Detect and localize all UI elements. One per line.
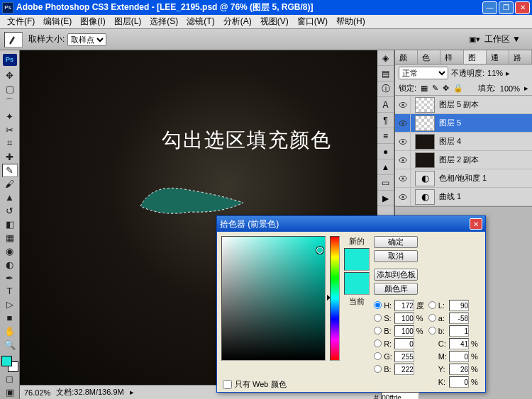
visibility-toggle-icon[interactable] [395,188,411,206]
panel-tab[interactable]: 样式 [440,50,463,64]
m-input[interactable] [449,351,469,362]
saturation-brightness-field[interactable] [221,236,326,361]
navigator-icon[interactable]: ◈ [377,50,394,66]
shape-tool[interactable]: ■ [2,311,18,325]
r-radio[interactable] [374,339,382,347]
layer-row[interactable]: 图层 4 [395,133,532,151]
current-color-swatch[interactable] [344,272,370,295]
zoom-tool[interactable]: 🔍 [2,338,18,352]
healing-tool[interactable]: ✚ [2,150,18,164]
menu-item[interactable]: 分析(A) [219,14,256,29]
tool-presets-icon[interactable]: ▲ [377,159,394,175]
dialog-titlebar[interactable]: 拾色器 (前景色) ✕ [217,216,485,232]
blab-radio[interactable] [428,327,436,335]
layer-thumbnail[interactable] [415,134,435,150]
fill-value[interactable]: 100% [500,84,520,93]
history-brush-tool[interactable]: ↺ [2,204,18,218]
c-input[interactable] [449,338,469,349]
panel-tab[interactable]: 色板 [418,50,440,64]
menu-item[interactable]: 选择(S) [145,14,182,29]
g-input[interactable] [394,351,414,362]
only-web-checkbox[interactable] [223,380,232,389]
blur-tool[interactable]: ◉ [2,245,18,258]
panel-tab[interactable]: 通道 [487,50,509,64]
brushes-icon[interactable]: ● [377,144,394,159]
sample-size-select[interactable]: 取样点 [67,33,106,46]
layer-row[interactable]: ◐曲线 1 [395,188,532,206]
workspace-menu[interactable]: 工作区 ▼ [484,33,521,45]
h-input[interactable] [394,300,414,311]
l-input[interactable] [449,300,469,311]
lasso-tool[interactable]: ⌒ [2,96,18,110]
screen-mode-toggle[interactable]: ▣ [2,386,18,399]
layer-row[interactable]: 图层 5 [395,114,532,133]
actions-icon[interactable]: ▶ [377,191,394,206]
panel-tab[interactable]: 路径 [509,50,532,64]
layer-row[interactable]: ◐色相/饱和度 1 [395,169,532,188]
brush-tool[interactable]: 🖌 [2,177,18,191]
color-swatches[interactable] [1,356,18,372]
layer-comps-icon[interactable]: ▭ [377,175,394,191]
visibility-toggle-icon[interactable] [395,96,411,113]
visibility-toggle-icon[interactable] [395,114,411,132]
histogram-icon[interactable]: ▤ [377,66,394,82]
opacity-value[interactable]: 11% [487,69,503,77]
clone-icon[interactable]: ≡ [377,128,394,144]
menu-item[interactable]: 图像(I) [76,14,109,29]
lock-all-icon[interactable]: 🔒 [453,84,463,93]
gradient-tool[interactable]: ▦ [2,231,18,245]
dialog-close-button[interactable]: ✕ [470,218,482,230]
menu-item[interactable]: 窗口(W) [293,14,332,29]
a-radio[interactable] [428,314,436,322]
lock-transparency-icon[interactable]: ▦ [421,84,428,93]
layer-row[interactable]: 图层 2 副本 [395,151,532,169]
quick-select-tool[interactable]: ✦ [2,110,18,123]
close-button[interactable]: ✕ [515,1,530,14]
menu-item[interactable]: 文件(F) [3,14,39,29]
zoom-level[interactable]: 76.02% [24,388,50,397]
g-radio[interactable] [374,352,382,360]
cancel-button[interactable]: 取消 [374,250,418,262]
r-input[interactable] [394,338,414,349]
menu-item[interactable]: 滤镜(T) [182,14,218,29]
ok-button[interactable]: 确定 [374,236,418,248]
pen-tool[interactable]: ✒ [2,271,18,285]
dodge-tool[interactable]: ◐ [2,258,18,271]
lock-pixels-icon[interactable]: ✎ [432,84,438,93]
bv-input[interactable] [394,325,414,337]
paragraph-icon[interactable]: ¶ [377,113,394,128]
doc-switcher-icon[interactable]: ▣▾ [469,35,480,44]
maximize-button[interactable]: ❐ [499,1,514,14]
tool-preset-picker[interactable] [4,32,23,47]
move-tool[interactable]: ✥ [2,69,18,82]
l-radio[interactable] [428,301,436,309]
layer-thumbnail[interactable]: ◐ [415,171,435,186]
eyedropper-tool[interactable]: ✎ [2,164,18,177]
quick-mask-toggle[interactable]: ◻ [2,372,18,386]
k-input[interactable] [449,376,469,388]
blend-mode-select[interactable]: 正常 [399,67,448,79]
lock-position-icon[interactable]: ✥ [443,84,449,93]
s-radio[interactable] [374,314,382,322]
layer-thumbnail[interactable]: ◐ [415,189,435,205]
layer-row[interactable]: 图层 5 副本 [395,96,532,114]
type-tool[interactable]: T [2,285,18,298]
slice-tool[interactable]: ⌗ [2,137,18,150]
layer-thumbnail[interactable] [415,97,435,113]
menu-item[interactable]: 帮助(H) [332,14,370,29]
a-input[interactable] [449,313,469,324]
marquee-tool[interactable]: ▢ [2,82,18,96]
hue-slider[interactable] [330,236,340,361]
b-radio[interactable] [374,327,382,335]
panel-tab[interactable]: 图层 [464,50,487,64]
visibility-toggle-icon[interactable] [395,133,411,150]
panel-tab[interactable]: 颜色 [395,50,418,64]
visibility-toggle-icon[interactable] [395,169,411,187]
add-swatch-button[interactable]: 添加到色板 [374,269,418,281]
eraser-tool[interactable]: ◧ [2,218,18,231]
info-icon[interactable]: ⓘ [377,82,394,97]
blab-input[interactable] [449,325,469,337]
visibility-toggle-icon[interactable] [395,151,411,169]
color-libraries-button[interactable]: 颜色库 [374,283,418,295]
menu-item[interactable]: 编辑(E) [39,14,76,29]
